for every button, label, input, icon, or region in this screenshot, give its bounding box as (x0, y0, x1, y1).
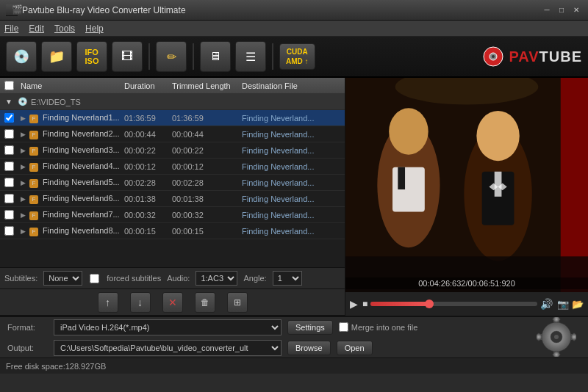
add-video-button[interactable]: 🎞 (112, 41, 143, 72)
merge-checkbox[interactable] (339, 322, 348, 332)
move-up-button[interactable]: ↑ (98, 292, 118, 313)
file-type-icon: ▶ (21, 147, 26, 154)
forced-subtitles-checkbox[interactable] (90, 274, 99, 283)
forced-subtitles-label: forced subtitles (107, 274, 161, 283)
row-trimmed: 00:00:44 (172, 130, 242, 139)
file-icon: F (29, 211, 38, 220)
row-trimmed: 00:01:38 (172, 195, 242, 203)
row-checkbox[interactable] (4, 226, 14, 236)
ifo-iso-button[interactable]: IFOISO (76, 41, 107, 72)
add-disc-button[interactable]: 💿 (6, 41, 37, 72)
settings-button[interactable]: Settings (287, 320, 333, 335)
open-button[interactable]: Open (337, 341, 373, 355)
screen-button[interactable]: 🖥 (200, 41, 231, 72)
file-type-icon: ▶ (21, 195, 26, 203)
browse-button[interactable]: Browse (287, 341, 331, 355)
svg-rect-13 (495, 172, 502, 197)
format-select[interactable]: iPad Video H.264(*.mp4) (54, 319, 282, 335)
disk-space-text: Free disk space:128.927GB (6, 362, 106, 371)
output-select[interactable]: C:\Users\Softpedia\Pavtube\blu_video_con… (54, 340, 282, 356)
bottom-bar: Format: iPad Video H.264(*.mp4) Settings… (0, 316, 588, 357)
main-area: Name Duration Trimmed Length Destination… (0, 78, 588, 316)
row-checkbox[interactable] (4, 161, 14, 171)
audio-label: Audio: (167, 274, 190, 283)
menu-file[interactable]: File (4, 23, 18, 34)
menu-help[interactable]: Help (85, 23, 104, 34)
col-dest-header: Destination File (242, 81, 345, 90)
cuda-button[interactable]: CUDAAMD ↑ (279, 43, 315, 70)
angle-select[interactable]: 1 (273, 271, 302, 286)
volume-icon[interactable]: 🔊 (540, 298, 553, 310)
row-destination: Finding Neverland... (242, 195, 345, 203)
subtitles-select[interactable]: None (43, 271, 82, 286)
file-icon: F (29, 228, 38, 236)
app-icon: 🎬 (6, 4, 18, 16)
menu-tools[interactable]: Tools (54, 23, 75, 34)
merge-option: Merge into one file (339, 322, 418, 332)
audio-select[interactable]: 1:AC3 (196, 271, 237, 286)
file-type-icon: ▶ (21, 163, 26, 170)
maximize-button[interactable]: □ (556, 5, 567, 15)
table-row[interactable]: ▶ F Finding Neverland7... 00:00:32 00:00… (0, 207, 345, 223)
select-all-checkbox[interactable] (4, 81, 14, 90)
file-type-icon: ▶ (21, 228, 26, 235)
col-duration-header: Duration (124, 81, 172, 90)
svg-point-7 (389, 108, 429, 154)
remove-button[interactable]: ✕ (162, 292, 183, 313)
row-name: ▶ F Finding Neverland5... (18, 178, 124, 188)
edit-button[interactable]: ✏ (156, 41, 187, 72)
group-expand-icon[interactable]: ▼ (0, 98, 18, 106)
row-checkbox[interactable] (4, 194, 14, 203)
pavtube-logo: PAVTUBE (482, 46, 582, 68)
folder-output-icon[interactable]: 📂 (572, 299, 584, 310)
row-duration: 00:01:38 (124, 195, 172, 203)
preview-controls: ▶ ■ 🔊 📷 📂 (345, 292, 588, 316)
bottom-area: Format: iPad Video H.264(*.mp4) Settings… (0, 316, 588, 357)
row-name: ▶ F Finding Neverland2... (18, 129, 124, 139)
close-button[interactable]: ✕ (570, 5, 582, 15)
table-row[interactable]: ▶ F Finding Neverland3... 00:00:22 00:00… (0, 142, 345, 159)
minimize-button[interactable]: ─ (541, 5, 553, 15)
row-trimmed: 00:02:28 (172, 178, 242, 187)
table-row[interactable]: ▶ F Finding Neverland8... 00:00:15 00:00… (0, 223, 345, 239)
row-trimmed: 00:00:15 (172, 227, 242, 236)
row-name: ▶ F Finding Neverland4... (18, 161, 124, 172)
svg-point-2 (492, 55, 495, 58)
table-row[interactable]: ▶ F Finding Neverland5... 00:02:28 00:02… (0, 175, 345, 191)
file-type-icon: ▶ (21, 115, 26, 122)
play-button[interactable]: ▶ (350, 298, 358, 310)
svg-point-27 (554, 335, 559, 339)
file-rows-container: ▶ F Finding Neverland1... 01:36:59 01:36… (0, 110, 345, 239)
list-button[interactable]: ☰ (235, 41, 266, 72)
delete-button[interactable]: 🗑 (195, 292, 215, 313)
gear-svg (537, 317, 576, 357)
seek-thumb (425, 300, 434, 308)
controls-bar: Subtitles: None forced subtitles Audio: … (0, 267, 345, 289)
row-checkbox[interactable] (4, 145, 14, 155)
row-checkbox[interactable] (4, 210, 14, 219)
menu-edit[interactable]: Edit (29, 23, 44, 34)
stop-button[interactable]: ■ (362, 299, 368, 309)
row-destination: Finding Neverland... (242, 227, 345, 236)
seek-bar[interactable] (370, 302, 537, 306)
table-row[interactable]: ▶ F Finding Neverland6... 00:01:38 00:01… (0, 191, 345, 207)
split-button[interactable]: ⊞ (227, 292, 248, 313)
table-row[interactable]: ▶ F Finding Neverland4... 00:00:12 00:00… (0, 159, 345, 175)
menu-bar: File Edit Tools Help (0, 21, 588, 37)
row-trimmed: 00:00:32 (172, 211, 242, 219)
angle-label: Angle: (243, 274, 266, 283)
file-icon: F (29, 195, 38, 204)
camera-icon[interactable]: 📷 (557, 299, 569, 310)
table-row[interactable]: ▶ F Finding Neverland1... 01:36:59 01:36… (0, 110, 345, 126)
toolbar-separator-3 (272, 43, 273, 70)
convert-gear[interactable] (535, 316, 578, 358)
seek-fill (370, 302, 429, 306)
row-checkbox[interactable] (4, 178, 14, 187)
preview-time: 00:04:26:632/00:06:51:920 (345, 277, 588, 289)
row-checkbox[interactable] (4, 129, 14, 139)
move-down-button[interactable]: ↓ (130, 292, 151, 313)
add-folder-button[interactable]: 📁 (41, 41, 72, 72)
row-trimmed: 01:36:59 (172, 114, 242, 123)
table-row[interactable]: ▶ F Finding Neverland2... 00:00:44 00:00… (0, 126, 345, 142)
row-checkbox[interactable] (4, 113, 14, 123)
